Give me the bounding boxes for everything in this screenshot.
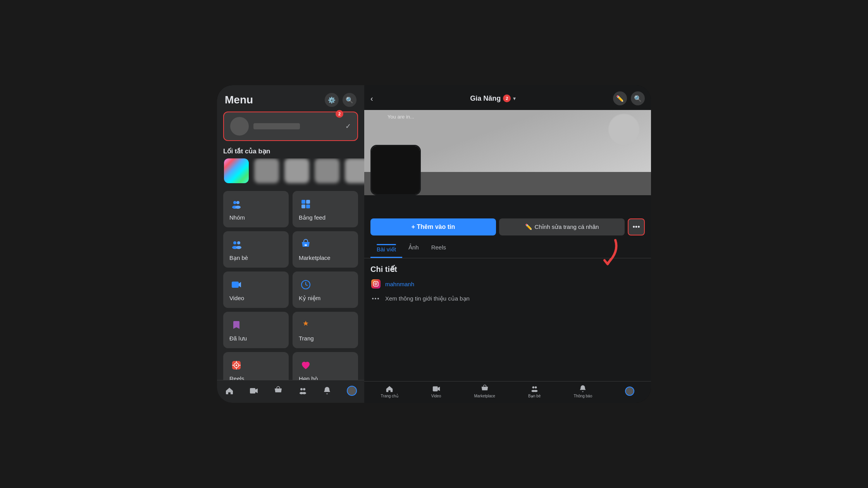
search-icon-btn[interactable]: 🔍: [343, 93, 356, 107]
svg-point-9: [237, 241, 240, 244]
shortcut-item-5[interactable]: [344, 158, 364, 185]
r-nav-ban-be[interactable]: Bạn bè: [528, 385, 541, 398]
r-nav-thong-bao-label: Thông báo: [574, 394, 592, 398]
menu-item-trang[interactable]: Trang: [293, 312, 358, 348]
ky-niem-label: Kỷ niệm: [299, 295, 352, 302]
reels-label: Reels: [229, 375, 282, 380]
r-nav-trang-chu[interactable]: Trang chủ: [381, 385, 398, 398]
settings-icon-btn[interactable]: ⚙️: [325, 93, 339, 107]
shortcut-item-2[interactable]: [253, 158, 280, 185]
profile-avatar: [230, 117, 249, 136]
shortcuts-label: Lối tắt của bạn: [217, 146, 364, 158]
svg-rect-7: [306, 204, 310, 208]
shortcut-avatar-5: [345, 158, 364, 183]
marketplace-icon: [299, 237, 313, 251]
nav-profile-avatar: [347, 386, 357, 396]
shortcut-avatar-1: [224, 158, 249, 183]
da-luu-label: Đã lưu: [229, 335, 282, 342]
svg-point-17: [236, 364, 237, 366]
nav-friends[interactable]: [295, 385, 310, 397]
menu-item-reels[interactable]: Reels: [223, 352, 289, 380]
nhom-icon: [229, 197, 243, 211]
more-options-button[interactable]: •••: [628, 218, 645, 235]
svg-point-28: [375, 283, 377, 285]
svg-point-1: [236, 201, 239, 204]
chevron-down-icon: ✓: [345, 122, 351, 131]
search-icon-btn-right[interactable]: 🔍: [631, 91, 645, 105]
reels-icon: [229, 358, 243, 372]
svg-rect-27: [374, 282, 378, 286]
svg-rect-5: [306, 200, 310, 204]
tab-reels[interactable]: Reels: [425, 240, 452, 258]
menu-item-ban-be[interactable]: Bạn bè: [223, 231, 289, 268]
nav-marketplace[interactable]: [270, 385, 286, 397]
trang-label: Trang: [299, 335, 352, 342]
menu-item-bang-feed[interactable]: Bảng feed: [293, 191, 358, 227]
right-header-center: Gia Năng 2 ▾: [470, 95, 516, 103]
pencil-icon: ✏️: [525, 223, 532, 230]
right-header-icons: ✏️ 🔍: [613, 91, 645, 105]
r-nav-marketplace-label: Marketplace: [474, 394, 495, 398]
shortcut-avatar-4: [315, 158, 339, 183]
svg-rect-4: [301, 200, 305, 204]
profile-name-bar: [253, 123, 300, 129]
dropdown-arrow[interactable]: ▾: [513, 95, 516, 101]
hen-ho-label: Hẹn hò: [299, 375, 352, 380]
video-icon: [229, 278, 243, 292]
svg-point-0: [233, 201, 236, 204]
nav-bell[interactable]: [319, 385, 335, 397]
svg-point-31: [532, 387, 535, 389]
svg-point-34: [534, 390, 537, 392]
header-badge: 2: [503, 95, 511, 102]
ban-be-icon: [229, 237, 243, 251]
svg-point-8: [233, 241, 236, 244]
instagram-handle: mahnmanh: [385, 281, 414, 287]
edit-profile-button[interactable]: ✏️ Chỉnh sửa trang cá nhân: [499, 218, 625, 235]
instagram-item[interactable]: mahnmanh: [370, 278, 645, 289]
svg-rect-13: [232, 282, 239, 288]
edit-profile-label: Chỉnh sửa trang cá nhân: [535, 223, 599, 230]
svg-rect-6: [301, 204, 305, 208]
menu-item-ky-niem[interactable]: Kỷ niệm: [293, 271, 358, 308]
menu-item-da-luu[interactable]: Đã lưu: [223, 312, 289, 348]
shortcut-item-1[interactable]: [223, 158, 250, 185]
svg-point-23: [300, 388, 303, 390]
shortcuts-row: [217, 158, 364, 191]
menu-grid: Nhóm Bảng feed: [217, 191, 364, 380]
menu-item-video[interactable]: Video: [223, 271, 289, 308]
shortcut-item-3[interactable]: [284, 158, 310, 185]
r-nav-marketplace[interactable]: Marketplace: [474, 385, 495, 398]
r-nav-ban-be-label: Bạn bè: [528, 394, 541, 398]
menu-item-nhom[interactable]: Nhóm: [223, 191, 289, 227]
trang-icon: [299, 318, 313, 332]
instagram-icon: [370, 278, 381, 289]
right-panel: ‹ Gia Năng 2 ▾ ✏️ 🔍 You are in...: [364, 85, 651, 403]
profile-card-wrapper: 2 ✓: [217, 112, 364, 146]
r-nav-video[interactable]: Video: [431, 385, 441, 398]
cover-blur-element: [608, 114, 639, 145]
r-nav-thong-bao[interactable]: Thông báo: [574, 385, 592, 398]
action-buttons: + Thêm vào tin ✏️ Chỉnh sửa trang cá nhâ…: [364, 195, 651, 240]
tab-anh[interactable]: Ảnh: [402, 240, 425, 258]
nav-profile-active[interactable]: [344, 384, 360, 397]
ky-niem-icon: [299, 278, 313, 292]
shortcut-item-4[interactable]: [314, 158, 340, 185]
svg-point-32: [535, 387, 537, 389]
menu-item-hen-ho[interactable]: Hẹn hò: [293, 352, 358, 380]
shortcut-avatar-3: [284, 158, 309, 183]
menu-item-marketplace[interactable]: Marketplace: [293, 231, 358, 268]
r-nav-profile[interactable]: [625, 387, 634, 397]
edit-icon-btn[interactable]: ✏️: [613, 91, 627, 105]
profile-card[interactable]: 2 ✓: [223, 112, 358, 141]
xem-thong-tin-item[interactable]: ••• Xem thông tin giới thiệu của bạn: [370, 293, 645, 304]
back-button[interactable]: ‹: [370, 94, 373, 103]
three-dots-icon: •••: [370, 293, 381, 304]
profile-header-name: Gia Năng: [470, 95, 501, 103]
red-arrow-indicator: [596, 236, 623, 269]
svg-rect-22: [250, 388, 255, 393]
add-story-button[interactable]: + Thêm vào tin: [370, 218, 496, 235]
nav-home[interactable]: [222, 385, 237, 397]
tab-bai-viet[interactable]: Bài viết: [370, 240, 402, 258]
nav-video[interactable]: [246, 385, 262, 397]
right-header: ‹ Gia Năng 2 ▾ ✏️ 🔍: [364, 85, 651, 110]
